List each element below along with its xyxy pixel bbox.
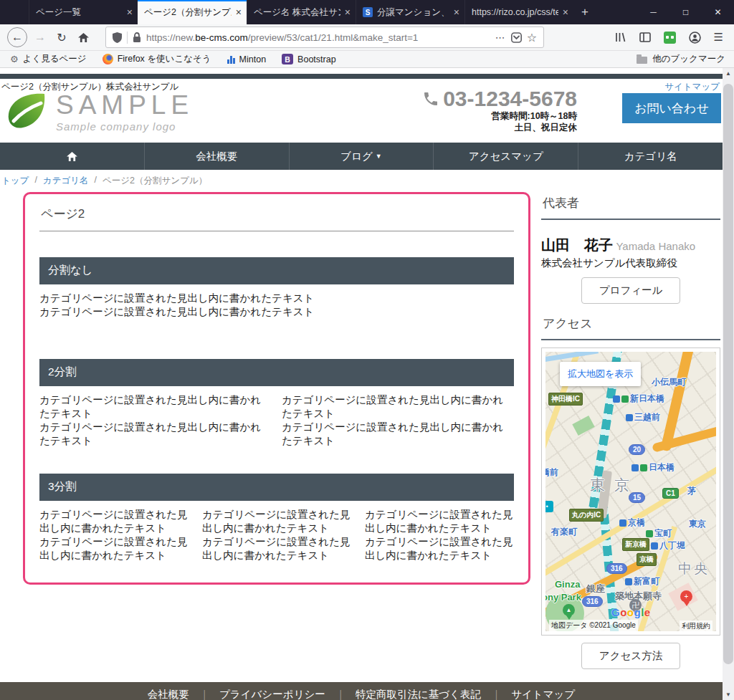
navigation-toolbar: ← → ↻ https://new.be-cms.com/preview/53/… bbox=[0, 24, 734, 51]
footer-link-company[interactable]: 会社概要 bbox=[148, 688, 189, 700]
metro-icon bbox=[619, 519, 626, 527]
map-label-place: 宝町 bbox=[646, 527, 672, 540]
map-park bbox=[572, 416, 594, 436]
account-icon[interactable] bbox=[689, 32, 701, 44]
nav-item-category[interactable]: カテゴリ名 bbox=[578, 143, 723, 170]
contact-button[interactable]: お問い合わせ bbox=[622, 93, 721, 123]
nav-item-access-map[interactable]: アクセスマップ bbox=[433, 143, 578, 170]
nav-item-blog[interactable]: ブログ▼ bbox=[289, 143, 434, 170]
footer-link-privacy[interactable]: プライバシーポリシー bbox=[219, 688, 325, 700]
map-label-green-text: Ginza bbox=[555, 579, 580, 590]
close-icon[interactable]: × bbox=[345, 6, 351, 18]
other-bookmarks[interactable]: 他のブックマーク bbox=[637, 53, 725, 65]
breadcrumb: トップ / カテゴリ名 / ページ2（分割サンプル） bbox=[1, 175, 723, 186]
page-actions-icon[interactable]: ⋯ bbox=[495, 32, 506, 43]
tab-title: ページ一覧 bbox=[36, 6, 123, 19]
divider bbox=[541, 219, 720, 220]
shield-icon[interactable] bbox=[113, 32, 122, 43]
extension-icon[interactable] bbox=[664, 32, 676, 44]
folder-icon bbox=[637, 57, 647, 64]
jr-icon bbox=[621, 395, 629, 403]
close-icon[interactable]: × bbox=[236, 6, 242, 18]
map-label-place: 八丁堀 bbox=[651, 540, 685, 552]
tab-title: ページ2（分割サンプル） bbox=[144, 6, 232, 19]
column: カテゴリページに設置された見出し内に書かれたテキスト カテゴリページに設置された… bbox=[39, 508, 189, 562]
breadcrumb-top[interactable]: トップ bbox=[1, 175, 29, 186]
footer-separator: ｜ bbox=[199, 688, 209, 700]
back-button[interactable]: ← bbox=[7, 27, 27, 47]
sitemap-link[interactable]: サイトマップ bbox=[664, 81, 720, 93]
map-label-place: 三越前 bbox=[626, 411, 660, 423]
close-icon[interactable]: × bbox=[563, 6, 568, 18]
tab-rizo-css[interactable]: https://rizo.co.jp/css/te × bbox=[464, 0, 573, 24]
nav-item-company[interactable]: 会社概要 bbox=[144, 143, 289, 170]
phone-number: 03-1234-5678 bbox=[443, 87, 577, 110]
map-label-shield: 20 bbox=[629, 444, 645, 455]
scrollbar-thumb[interactable] bbox=[723, 84, 733, 664]
map-label-terms[interactable]: 利用規約 bbox=[680, 620, 712, 631]
column: カテゴリページに設置された見出し内に書かれたテキスト カテゴリページに設置された… bbox=[202, 508, 351, 562]
url-bar[interactable]: https://new.be-cms.com/preview/53/cat1/2… bbox=[105, 27, 544, 48]
access-directions-button[interactable]: アクセス方法 bbox=[581, 643, 680, 669]
footer-link-sitemap[interactable]: サイトマップ bbox=[511, 688, 575, 700]
map-label-overlay[interactable]: 拡大地図を表示 bbox=[560, 362, 641, 386]
menu-icon[interactable]: ☰ bbox=[714, 31, 723, 44]
section-no-split: 分割なし カテゴリページに設置された見出し内に書かれたテキスト カテゴリページに… bbox=[39, 257, 514, 319]
profile-button[interactable]: プロフィール bbox=[581, 277, 681, 304]
maximize-button[interactable]: □ bbox=[669, 0, 702, 24]
map-label-place: 京橋 bbox=[619, 517, 645, 529]
section-header: 分割なし bbox=[39, 257, 514, 284]
new-tab-button[interactable]: + bbox=[573, 0, 596, 24]
close-window-button[interactable]: ✕ bbox=[702, 0, 734, 24]
minimize-button[interactable]: ─ bbox=[637, 0, 669, 24]
breadcrumb-category[interactable]: カテゴリ名 bbox=[43, 175, 89, 186]
url-text[interactable]: https://new.be-cms.com/preview/53/cat1/2… bbox=[146, 32, 490, 43]
vertical-scrollbar[interactable]: ▲ ▼ bbox=[723, 68, 734, 700]
bookmarks-bar: ⚙ よく見るページ Firefox を使いこなそう Minton B Boots… bbox=[0, 51, 734, 68]
tab-page-name[interactable]: ページ名 株式会社サンプ × bbox=[247, 0, 356, 24]
representative-heading: 代表者 bbox=[543, 195, 720, 211]
map-label-place: 有楽町 bbox=[551, 526, 577, 538]
tab-mansion[interactable]: S 分譲マンション、チラ × bbox=[356, 0, 464, 24]
logo-tagline: Sample company logo bbox=[56, 120, 194, 133]
window-controls: ─ □ ✕ bbox=[637, 0, 734, 24]
section-text: カテゴリページに設置された見出し内に書かれたテキスト bbox=[39, 535, 189, 562]
map-label-shield: 15 bbox=[629, 492, 645, 503]
pocket-icon[interactable] bbox=[511, 32, 522, 43]
bookmark-bootstrap[interactable]: B Bootstrap bbox=[282, 54, 336, 64]
site-logo[interactable]: SAMPLE Sample company logo bbox=[6, 92, 194, 133]
home-button[interactable] bbox=[72, 27, 94, 48]
section-text: カテゴリページに設置された見出し内に書かれたテキスト bbox=[39, 393, 272, 421]
scroll-up-arrow-icon[interactable]: ▲ bbox=[723, 70, 734, 77]
bootstrap-icon: B bbox=[282, 54, 293, 64]
map-label-green-text: ony Park bbox=[545, 592, 581, 603]
reload-button[interactable]: ↻ bbox=[51, 27, 72, 48]
section-text: カテゴリページに設置された見出し内に書かれたテキスト bbox=[39, 292, 514, 305]
bookmark-label: Firefox を使いこなそう bbox=[118, 53, 211, 65]
section-text: カテゴリページに設置された見出し内に書かれたテキスト bbox=[282, 421, 514, 448]
tab-current-page[interactable]: ページ2（分割サンプル） × bbox=[138, 0, 247, 24]
representative-name: 山田 花子 bbox=[541, 237, 613, 253]
map-label-place: 東京 bbox=[689, 518, 706, 530]
main-nav: 会社概要 ブログ▼ アクセスマップ カテゴリ名 bbox=[0, 143, 723, 170]
map-label-google[interactable]: Google bbox=[611, 606, 651, 618]
library-icon[interactable] bbox=[615, 32, 626, 43]
scroll-down-arrow-icon[interactable]: ▼ bbox=[723, 691, 734, 698]
sidebar: 代表者 山田 花子 Yamada Hanako 株式会社サンプル代表取締役 プロ… bbox=[541, 192, 720, 669]
bookmark-frequent-pages[interactable]: ⚙ よく見るページ bbox=[10, 53, 87, 65]
close-icon[interactable]: × bbox=[454, 6, 459, 18]
google-map[interactable]: 拡大地図を表示小伝馬町神田橋IC新日本橋三越前20日本橋東京15C1丸の内IC有… bbox=[545, 352, 716, 631]
sidebar-icon[interactable] bbox=[639, 32, 651, 42]
bookmark-minton[interactable]: Minton bbox=[227, 54, 267, 64]
tab-bar: ページ一覧 × ページ2（分割サンプル） × ページ名 株式会社サンプ × S … bbox=[0, 0, 734, 24]
column: カテゴリページに設置された見出し内に書かれたテキスト カテゴリページに設置された… bbox=[282, 393, 514, 448]
close-icon[interactable]: × bbox=[127, 6, 133, 18]
forward-button[interactable]: → bbox=[29, 27, 51, 48]
bookmark-star-icon[interactable]: ☆ bbox=[527, 31, 537, 44]
footer-link-commerce-law[interactable]: 特定商取引法に基づく表記 bbox=[356, 688, 481, 700]
bookmark-firefox-guide[interactable]: Firefox を使いこなそう bbox=[103, 53, 211, 65]
tab-page-list[interactable]: ページ一覧 × bbox=[29, 0, 138, 24]
tab-title: ページ名 株式会社サンプ bbox=[254, 6, 340, 19]
nav-item-home[interactable] bbox=[0, 143, 144, 170]
url-scheme: https://new. bbox=[146, 32, 195, 43]
